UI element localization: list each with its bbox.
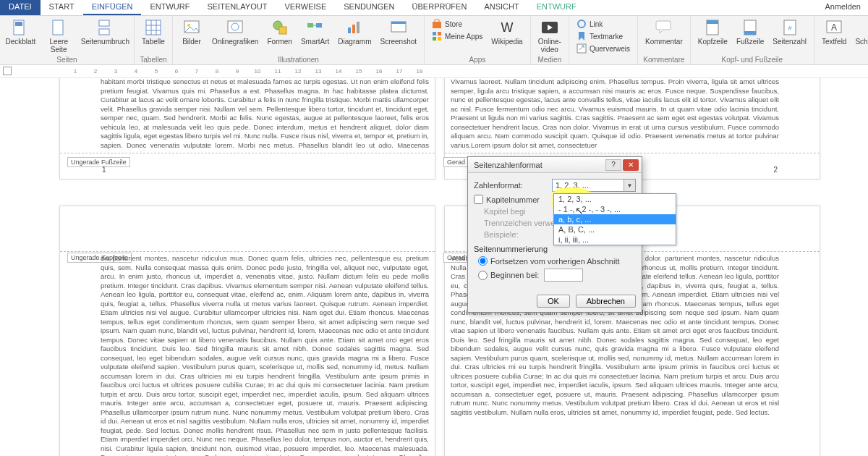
cover-page-button[interactable]: Deckblatt xyxy=(4,17,37,47)
table-button[interactable]: Tabelle xyxy=(139,17,168,47)
format-option[interactable]: a, b, c, ... xyxy=(554,214,676,224)
page-number-button[interactable]: #Seitenzahl xyxy=(770,17,809,47)
page-break-label: Seitenumbruch xyxy=(81,38,129,46)
tab-stop-selector[interactable] xyxy=(3,67,12,75)
link-button[interactable]: Link xyxy=(575,18,631,30)
chapter-begins-label: Kapitel begi xyxy=(484,207,559,216)
login-link[interactable]: Anmelden xyxy=(817,0,868,15)
begin-at-label: Beginnen bei: xyxy=(490,271,541,279)
ruler-mark: 6 xyxy=(166,68,187,75)
bookmark-button[interactable]: Textmarke xyxy=(575,30,631,42)
body-text: dis parturient montes, nascetur ridiculu… xyxy=(101,254,429,456)
continue-label: Fortsetzen vom vorherigen Abschnitt xyxy=(490,257,620,266)
svg-rect-17 xyxy=(316,23,322,28)
smartart-icon xyxy=(307,19,324,36)
tab-file[interactable]: DATEI xyxy=(0,0,41,15)
svg-rect-1 xyxy=(15,22,22,26)
tab-review[interactable]: ÜBERPRÜFEN xyxy=(404,0,476,15)
ruler-mark: 2 xyxy=(85,68,106,75)
group-illustrations-label: Illustrationen xyxy=(177,55,420,64)
even-footer-tag[interactable]: Gerad xyxy=(443,157,469,167)
store-label: Store xyxy=(445,20,462,28)
tab-references[interactable]: VERWEISE xyxy=(276,0,335,15)
group-header-footer: Kopfzeile Fußzeile #Seitenzahl Kopf- und… xyxy=(691,16,814,64)
online-pictures-button[interactable]: Onlinegrafiken xyxy=(209,17,261,47)
crossref-label: Querverweis xyxy=(590,45,630,53)
comment-button[interactable]: Kommentar xyxy=(642,17,686,47)
chevron-down-icon[interactable]: ▼ xyxy=(624,180,635,191)
tab-layout[interactable]: SEITENLAYOUT xyxy=(198,0,276,15)
page-break-button[interactable]: Seitenumbruch xyxy=(81,17,129,47)
page-1-bottom[interactable]: habitant morbi tristique senectus et net… xyxy=(59,78,435,180)
format-option[interactable]: 1, 2, 3, ... xyxy=(554,194,676,204)
tab-start[interactable]: START xyxy=(41,0,83,15)
cancel-button[interactable]: Abbrechen xyxy=(576,295,636,308)
horizontal-ruler[interactable]: 123456789101112131415161718 xyxy=(0,65,868,78)
tab-insert[interactable]: EINFÜGEN xyxy=(83,0,142,15)
crossref-button[interactable]: Querverweis xyxy=(575,43,631,54)
format-option[interactable]: - 1 -, - 2 -, - 3 -, ... xyxy=(554,204,676,214)
textbox-label: Textfeld xyxy=(822,38,846,46)
footer-button[interactable]: Fußzeile xyxy=(733,17,767,47)
svg-rect-2 xyxy=(53,20,63,35)
my-apps-button[interactable]: Meine Apps xyxy=(430,30,484,42)
tab-context-design[interactable]: ENTWURF xyxy=(528,0,585,15)
page-number-format-dialog: Seitenzahlenformat ? ✕ Zahlenformat: 1, … xyxy=(467,156,642,313)
svg-rect-19 xyxy=(352,25,355,33)
screenshot-button[interactable]: Screenshot xyxy=(377,17,420,47)
online-pictures-label: Onlinegrafiken xyxy=(212,38,258,46)
svg-rect-18 xyxy=(348,28,351,33)
footer-icon xyxy=(741,19,759,36)
group-media: Online-video Medien xyxy=(531,16,569,64)
document-area: habitant morbi tristique senectus et net… xyxy=(0,78,868,456)
blank-page-button[interactable]: Leere Seite xyxy=(40,17,78,55)
group-illustrations: Bilder Onlinegrafiken Formen SmartArt Di… xyxy=(173,16,425,64)
svg-rect-23 xyxy=(433,22,441,28)
group-links-label xyxy=(574,55,633,64)
store-button[interactable]: Store xyxy=(430,18,484,30)
tab-strip: DATEI START EINFÜGEN ENTWURF SEITENLAYOU… xyxy=(0,0,868,16)
header-button[interactable]: Kopfzeile xyxy=(695,17,731,47)
tab-design[interactable]: ENTWURF xyxy=(141,0,198,15)
group-apps: Store Meine Apps WWikipedia Apps xyxy=(425,16,531,64)
dialog-titlebar[interactable]: Seitenzahlenformat ? ✕ xyxy=(468,157,642,173)
ruler-mark: 14 xyxy=(328,68,349,75)
shapes-button[interactable]: Formen xyxy=(264,17,294,47)
ruler-mark: 3 xyxy=(106,68,126,75)
continue-radio[interactable] xyxy=(478,256,488,266)
dialog-close-button[interactable]: ✕ xyxy=(623,159,639,171)
group-text: ATextfeld Schnellbausteine AWordArt AIni… xyxy=(814,16,868,64)
svg-rect-4 xyxy=(99,29,109,35)
chart-button[interactable]: Diagramm xyxy=(335,17,374,47)
my-apps-label: Meine Apps xyxy=(445,33,482,41)
ruler-marks: 123456789101112131415161718 xyxy=(65,65,430,77)
bookmark-icon xyxy=(576,31,587,41)
odd-footer-tag[interactable]: Ungerade Fußzeile xyxy=(67,157,130,167)
ok-button[interactable]: OK xyxy=(537,295,570,308)
comment-label: Kommentar xyxy=(645,38,683,46)
header-icon xyxy=(704,19,721,36)
crossref-icon xyxy=(576,43,587,54)
ruler-mark: 18 xyxy=(409,68,430,75)
begin-at-radio[interactable] xyxy=(478,271,488,280)
format-option[interactable]: i, ii, iii, ... xyxy=(554,235,676,245)
svg-rect-22 xyxy=(391,22,406,24)
quickparts-button[interactable]: Schnellbausteine xyxy=(852,17,868,47)
include-chapter-checkbox[interactable] xyxy=(474,195,483,204)
shapes-label: Formen xyxy=(267,38,292,46)
svg-rect-5 xyxy=(146,20,161,35)
number-format-combo[interactable]: 1, 2, 3, ... ▼ xyxy=(552,179,636,192)
group-tables-label: Tabellen xyxy=(139,55,168,64)
online-video-button[interactable]: Online-video xyxy=(535,17,564,55)
dialog-help-button[interactable]: ? xyxy=(605,159,621,171)
page-number-icon: # xyxy=(781,19,799,36)
smartart-button[interactable]: SmartArt xyxy=(298,17,332,47)
textbox-button[interactable]: ATextfeld xyxy=(819,17,849,47)
begin-at-input[interactable] xyxy=(544,269,583,282)
tab-mailings[interactable]: SENDUNGEN xyxy=(335,0,403,15)
pictures-button[interactable]: Bilder xyxy=(177,17,206,47)
format-option[interactable]: A, B, C, ... xyxy=(554,224,676,235)
wikipedia-button[interactable]: WWikipedia xyxy=(488,17,525,47)
page-3[interactable]: Ungerade Kopfzeile dis parturient montes… xyxy=(59,206,435,456)
tab-view[interactable]: ANSICHT xyxy=(475,0,527,15)
